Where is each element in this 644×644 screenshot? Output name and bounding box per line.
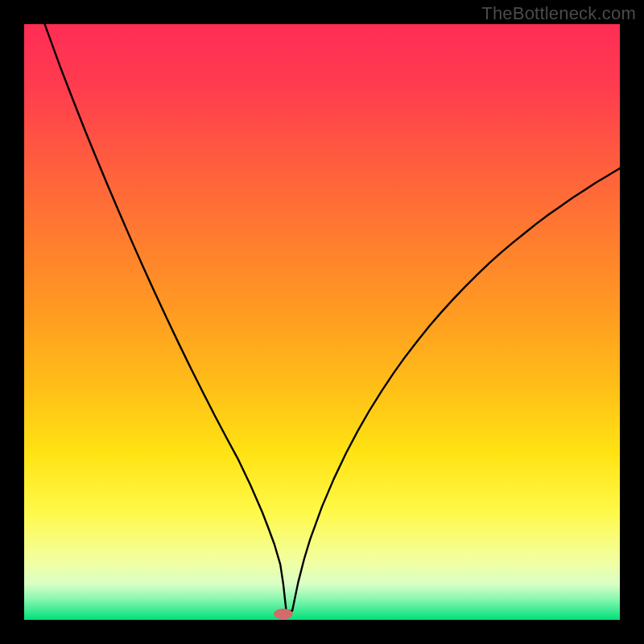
gradient-background — [24, 24, 620, 620]
chart-svg — [24, 24, 620, 620]
watermark-text: TheBottleneck.com — [481, 3, 636, 24]
plot-area — [24, 24, 620, 620]
chart-frame: TheBottleneck.com — [0, 0, 644, 644]
minimum-marker — [274, 609, 293, 619]
